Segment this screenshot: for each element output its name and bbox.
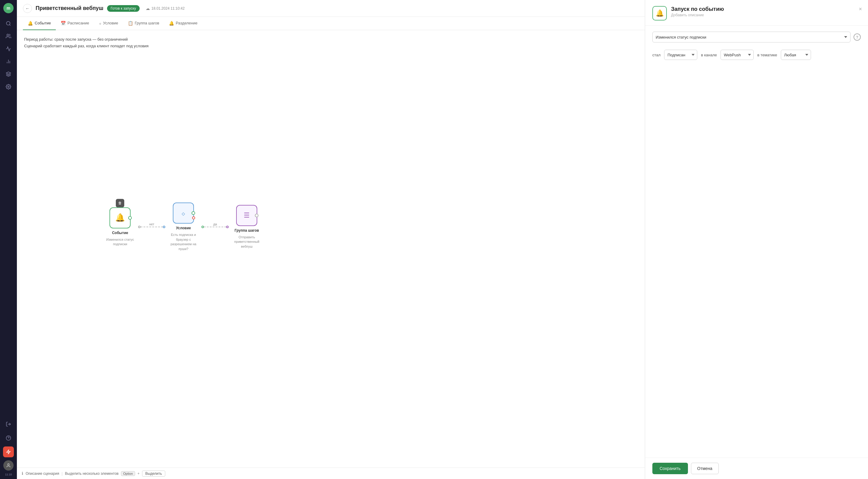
panel-footer: Сохранить Отмена	[645, 457, 868, 479]
sidebar-item-notifications[interactable]	[3, 446, 14, 457]
flow-node-event[interactable]: 🗑 🔔 Событие Изменился статус подписки	[102, 207, 138, 247]
select-button[interactable]: Выделить	[142, 471, 165, 477]
sidebar-item-settings[interactable]	[3, 81, 14, 92]
flow-node-group[interactable]: ☰ Группа шагов Отправить приветственный …	[228, 205, 265, 249]
svg-marker-10	[7, 450, 10, 454]
tab-steps-label: Группа шагов	[135, 21, 159, 25]
tab-steps-icon: 📋	[128, 21, 133, 26]
arrow-label-yes: да	[213, 222, 217, 226]
svg-line-1	[9, 24, 10, 25]
tab-condition-label: Условие	[103, 21, 118, 25]
sidebar: m 11:10	[0, 0, 17, 479]
save-timestamp: 18.01.2024 11:10:42	[151, 6, 185, 10]
description-label: Описание сценария	[26, 472, 59, 476]
right-panel: 🔔 Запуск по событию Добавить описание × …	[645, 0, 868, 479]
option-key: Option	[121, 471, 135, 476]
svg-point-6	[8, 86, 9, 88]
save-button[interactable]: Сохранить	[652, 463, 688, 474]
channel-label: в канале	[701, 53, 717, 57]
sidebar-item-integrations[interactable]	[3, 69, 14, 79]
sidebar-item-help[interactable]	[3, 433, 14, 443]
sidebar-item-users[interactable]	[3, 31, 14, 42]
cancel-button[interactable]: Отмена	[691, 463, 719, 474]
trash-icon: 🗑	[118, 201, 122, 205]
tab-steps[interactable]: 📋 Группа шагов	[123, 17, 164, 30]
panel-title-group: Запуск по событию Добавить описание	[671, 6, 724, 17]
condition-node-icon: ⬦	[181, 208, 186, 218]
status-label: стал	[652, 53, 660, 57]
panel-close-button[interactable]: ×	[859, 6, 862, 12]
sidebar-item-logout[interactable]	[3, 419, 14, 430]
svg-point-11	[7, 464, 9, 465]
condition-node-sublabel: Есть подписка и браузер с разрешением на…	[165, 233, 202, 251]
sidebar-item-search[interactable]	[3, 18, 14, 29]
help-icon[interactable]: ?	[854, 33, 861, 41]
tab-schedule-icon: 📅	[61, 21, 66, 26]
topic-label: в тематике	[757, 53, 777, 57]
cloud-icon: ☁	[146, 6, 150, 11]
info-icon: ℹ	[22, 471, 23, 476]
tab-split-label: Разделение	[176, 21, 197, 25]
avatar[interactable]: m	[3, 3, 13, 13]
topic-select[interactable]: Любая	[781, 50, 811, 60]
sidebar-item-analytics[interactable]	[3, 56, 14, 67]
status-badge: Готов к запуску	[107, 5, 140, 12]
sidebar-item-campaigns[interactable]	[3, 43, 14, 54]
channel-select[interactable]: WebPush	[720, 50, 754, 60]
condition-row: стал Подписан в канале WebPush в тематик…	[652, 50, 861, 60]
tab-split-icon: 🔔	[169, 21, 174, 26]
panel-bell-icon: 🔔	[656, 9, 664, 17]
panel-title: Запуск по событию	[671, 6, 724, 12]
svg-point-2	[7, 34, 9, 36]
tab-event-icon: 🔔	[28, 21, 33, 26]
tab-schedule-label: Расписание	[67, 21, 89, 25]
save-time: ☁ 18.01.2024 11:10:42	[146, 6, 185, 11]
event-node-sublabel: Изменился статус подписки	[102, 237, 138, 247]
separator: |	[62, 472, 62, 476]
condition-node-label: Условие	[176, 226, 191, 231]
panel-body: Изменился статус подписки ? стал Подписа…	[645, 26, 868, 457]
tab-condition-icon: ⬦	[99, 21, 101, 26]
panel-header: 🔔 Запуск по событию Добавить описание ×	[645, 0, 868, 26]
condition-node-box[interactable]: ⬦	[173, 203, 194, 224]
event-node-icon: 🔔	[115, 213, 125, 223]
group-node-label: Группа шагов	[235, 228, 259, 233]
flow-node-condition[interactable]: ⬦ Условие Есть подписка и браузер с разр…	[165, 203, 202, 251]
event-type-select[interactable]: Изменился статус подписки	[652, 32, 850, 42]
tab-event[interactable]: 🔔 Событие	[23, 17, 56, 30]
group-node-sublabel: Отправить приветственный вебпуш	[228, 235, 265, 249]
event-node-label: Событие	[112, 231, 128, 235]
back-button[interactable]: ←	[23, 4, 32, 13]
tab-schedule[interactable]: 📅 Расписание	[56, 17, 94, 30]
event-select-row: Изменился статус подписки ?	[652, 32, 861, 42]
select-multiple-label: Выделить несколько элементов	[65, 472, 119, 476]
status-select[interactable]: Подписан	[664, 50, 697, 60]
panel-icon: 🔔	[652, 6, 667, 21]
plus-sign: +	[137, 472, 140, 476]
tab-event-label: Событие	[35, 21, 51, 25]
group-node-icon: ☰	[244, 211, 250, 219]
node-delete-button[interactable]: 🗑	[116, 199, 124, 207]
main-content: ← Приветственный вебпуш Готов к запуску …	[17, 0, 868, 479]
panel-subtitle[interactable]: Добавить описание	[671, 13, 724, 17]
sidebar-item-profile[interactable]	[3, 460, 13, 471]
tab-split[interactable]: 🔔 Разделение	[164, 17, 203, 30]
svg-point-0	[6, 22, 10, 25]
sidebar-time: 11:10	[5, 473, 12, 476]
arrow-label-no: нет	[149, 222, 154, 226]
tab-condition[interactable]: ⬦ Условие	[94, 17, 123, 30]
group-node-box[interactable]: ☰	[236, 205, 257, 226]
event-node-box[interactable]: 🔔	[110, 207, 131, 228]
page-title: Приветственный вебпуш	[36, 5, 103, 11]
